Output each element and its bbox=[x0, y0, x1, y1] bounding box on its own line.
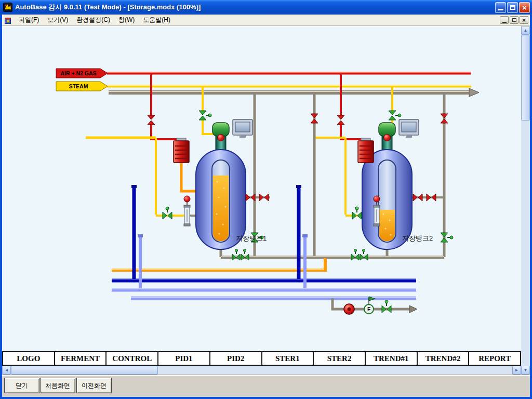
tank2-monitor bbox=[399, 119, 419, 138]
steam-banner-label: STEAM bbox=[69, 83, 88, 89]
process-header-arrow bbox=[469, 88, 479, 97]
mdi-document-icon bbox=[5, 17, 12, 24]
menu-help[interactable]: 도움말(H) bbox=[139, 14, 175, 26]
discharge-arrow bbox=[409, 305, 417, 313]
scroll-left-button[interactable]: ◄ bbox=[2, 366, 11, 375]
scroll-down-button[interactable]: ▼ bbox=[521, 366, 530, 375]
nav-button-pid2[interactable]: PID2 bbox=[209, 351, 262, 366]
titlebar[interactable]: AutoBase 감시 9.0.11 (Test Mode) - [Storag… bbox=[0, 0, 532, 15]
scroll-down-icon: ▼ bbox=[524, 368, 528, 373]
scroll-up-button[interactable]: ▲ bbox=[521, 26, 530, 35]
vertical-scrollbar[interactable]: ▲ ▼ bbox=[521, 26, 530, 375]
menu-window[interactable]: 창(W) bbox=[114, 14, 139, 26]
storage-tank-1 bbox=[196, 119, 252, 249]
green-valve bbox=[441, 233, 453, 242]
home-screen-button[interactable]: 처음화면 bbox=[40, 378, 75, 393]
nav-button-ferment[interactable]: FERMENT bbox=[54, 351, 107, 366]
tank1-label: 저장탱크1 bbox=[236, 234, 267, 242]
green-valve bbox=[199, 111, 211, 120]
vertical-scroll-thumb[interactable] bbox=[521, 35, 530, 121]
tank2-label: 저장탱크2 bbox=[402, 234, 433, 242]
scroll-right-icon: ► bbox=[515, 368, 519, 373]
tank1-monitor bbox=[233, 119, 252, 138]
rotameter bbox=[184, 205, 190, 226]
app-window: AutoBase 감시 9.0.11 (Test Mode) - [Storag… bbox=[0, 0, 532, 399]
mdi-restore-button[interactable] bbox=[510, 16, 518, 24]
header-pipes bbox=[107, 73, 479, 97]
restore-icon bbox=[510, 5, 515, 10]
mdi-close-icon: × bbox=[522, 17, 526, 23]
window-title: AutoBase 감시 9.0.11 (Test Mode) - [Storag… bbox=[15, 3, 495, 12]
process-diagram: AIR + N2 GAS STEAM bbox=[2, 26, 521, 351]
green-valve bbox=[352, 207, 362, 219]
mdi-close-button[interactable]: × bbox=[520, 16, 528, 24]
steam-banner: STEAM bbox=[56, 82, 108, 91]
close-icon: × bbox=[522, 4, 527, 11]
horizontal-scrollbar[interactable]: ◄ ► bbox=[2, 366, 521, 375]
mdi-restore-icon bbox=[512, 18, 516, 22]
tank2-indicator-lamp bbox=[384, 135, 391, 141]
green-valve bbox=[389, 111, 401, 120]
tank1-indicator-lamp bbox=[218, 135, 224, 141]
tank2-liquid bbox=[379, 210, 395, 241]
menu-file[interactable]: 파일(F) bbox=[15, 14, 43, 26]
minimize-icon bbox=[498, 9, 503, 10]
close-screen-button[interactable]: 닫기 bbox=[4, 378, 39, 393]
previous-screen-button[interactable]: 이전화면 bbox=[76, 378, 112, 393]
nav-button-trend2[interactable]: TREND#2 bbox=[417, 351, 470, 366]
scada-canvas: AIR + N2 GAS STEAM bbox=[2, 26, 521, 351]
nav-button-bar: LOGO FERMENT CONTROL PID1 PID2 STER1 STE… bbox=[2, 351, 521, 366]
nav-button-pid1[interactable]: PID1 bbox=[157, 351, 210, 366]
product-pipe bbox=[112, 258, 325, 270]
nav-button-ster1[interactable]: STER1 bbox=[261, 351, 314, 366]
minimize-button[interactable] bbox=[495, 2, 506, 13]
ball-valve bbox=[184, 196, 190, 205]
menubar: 파일(F) 보기(V) 환경설정(C) 창(W) 도움말(H) × bbox=[2, 15, 530, 26]
air-banner-label: AIR + N2 GAS bbox=[60, 70, 96, 76]
rotameter bbox=[374, 205, 380, 226]
discharge-pump bbox=[344, 304, 354, 314]
client-area: AIR + N2 GAS STEAM bbox=[2, 26, 530, 375]
bottom-panel: 닫기 처음화면 이전화면 bbox=[2, 375, 530, 397]
mdi-minimize-icon bbox=[502, 22, 507, 23]
red-valve bbox=[337, 115, 344, 125]
close-button[interactable]: × bbox=[519, 2, 530, 13]
horizontal-scroll-thumb[interactable] bbox=[11, 366, 158, 375]
scroll-right-button[interactable]: ► bbox=[512, 366, 521, 375]
feed-pump-1 bbox=[174, 138, 189, 163]
flow-meter-label: F bbox=[367, 307, 370, 312]
menu-settings[interactable]: 환경설정(C) bbox=[72, 14, 114, 26]
nav-button-ster2[interactable]: STER2 bbox=[313, 351, 366, 366]
mdi-minimize-button[interactable] bbox=[500, 16, 509, 24]
nav-button-report[interactable]: REPORT bbox=[468, 351, 521, 366]
scroll-left-icon: ◄ bbox=[5, 368, 9, 373]
nav-button-trend1[interactable]: TREND#1 bbox=[365, 351, 418, 366]
air-banner: AIR + N2 GAS bbox=[56, 69, 108, 78]
green-valve bbox=[163, 207, 172, 219]
nav-button-control[interactable]: CONTROL bbox=[105, 351, 158, 366]
restore-button[interactable] bbox=[507, 2, 518, 13]
tank1-liquid bbox=[213, 176, 229, 241]
scroll-up-icon: ▲ bbox=[524, 28, 528, 33]
app-icon bbox=[3, 3, 12, 12]
nav-button-logo[interactable]: LOGO bbox=[2, 351, 55, 366]
feed-pump-2 bbox=[358, 138, 374, 163]
menu-view[interactable]: 보기(V) bbox=[43, 14, 72, 26]
green-valve bbox=[382, 300, 391, 313]
red-valve bbox=[148, 115, 155, 125]
